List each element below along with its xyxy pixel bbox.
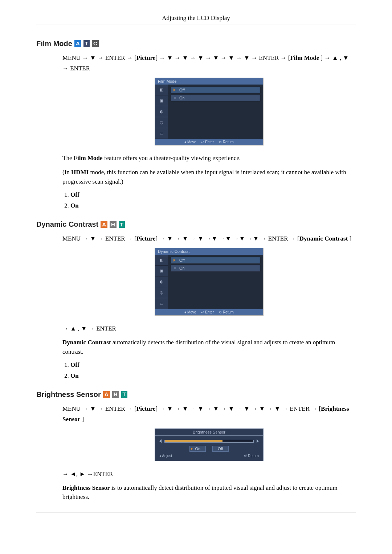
film-hdmi-b: HDMI: [71, 169, 89, 176]
badge-a3-icon: A: [103, 391, 110, 398]
film-nav-b2: Film Mode: [290, 54, 319, 61]
film-hdmi-note: (In HDMI mode, this function can be avai…: [62, 168, 356, 186]
slider-left-icon[interactable]: [159, 439, 162, 443]
dyn-nav-post: ]: [348, 235, 351, 242]
film-opt-2: On: [70, 202, 356, 209]
film-desc-pre: The: [62, 155, 74, 161]
film-nav-path: MENU → ▼ → ENTER → [Picture] → ▼ → ▼ → ▼…: [62, 53, 356, 74]
badge-a-icon: A: [74, 40, 81, 47]
dyn-content: MENU → ▼ → ENTER → [Picture] → ▼ → ▼ → ▼…: [62, 234, 356, 379]
dyn-nav-pre: MENU → ▼ → ENTER → [: [62, 235, 136, 242]
dyn-osd-title: Dynamic Contrast: [155, 248, 263, 255]
film-nav-mid: ] → ▼ → ▼ → ▼ → ▼ → ▼ → ▼ → ENTER → [: [155, 54, 290, 61]
bri-osd-on[interactable]: On: [189, 446, 206, 452]
film-opt-1: Off: [70, 191, 356, 198]
film-osd-main: Off On: [168, 85, 263, 139]
bri-osd-adjust: ♦ Adjust: [159, 454, 172, 458]
film-opt-2-b: On: [70, 202, 79, 209]
page-header: Adjusting the LCD Display: [36, 15, 356, 25]
bri-osd-wrap: Brightness Sensor On Off ♦ Adjust ↺ Retu…: [62, 428, 356, 461]
dyn-osd-sidebar: ◧ ▣ ◐ ◎ ▭: [155, 255, 168, 309]
dyn-osd-footer: ♦ Move ↵ Enter ↺ Return: [155, 309, 263, 315]
osd-footer-enter: Enter: [205, 140, 214, 144]
sidebar-icon-2: ▣: [155, 95, 168, 106]
dyn-nav-b2: Dynamic Contrast: [299, 235, 348, 242]
film-hdmi-pre: (In: [62, 169, 71, 176]
dyn-footer-enter: Enter: [205, 310, 214, 314]
dyn-nav-mid: ] → ▼ → ▼ → ▼ →▼ →▼ →▼ →▼ → ENTER → [: [155, 235, 299, 242]
dyn-osd: Dynamic Contrast ◧ ▣ ◐ ◎ ▭ Off On ♦ Move…: [155, 248, 264, 316]
osd-footer-enter-icon: ↵ Enter: [201, 140, 214, 144]
badge-t3-icon: T: [121, 391, 127, 398]
film-desc: The Film Mode feature offers you a theat…: [62, 153, 356, 163]
badge-a2-icon: A: [101, 221, 107, 228]
bri-nav-2: → ◄, ► →ENTER: [62, 469, 356, 480]
film-desc-post: feature offers you a theater-quality vie…: [102, 155, 241, 161]
film-desc-b: Film Mode: [74, 155, 103, 161]
bri-osd-title: Brightness Sensor: [155, 428, 264, 435]
sidebar-icon-5: ▭: [155, 128, 168, 139]
bri-nav-post: ]: [80, 416, 84, 423]
dyn-desc-b: Dynamic Contrast: [62, 339, 111, 346]
osd-footer-return: Return: [223, 140, 234, 144]
film-osd: Film Mode ◧ ▣ ◐ ◎ ▭ Off On ♦ Move ↵ Ente…: [155, 78, 264, 145]
bri-desc: Brightness Sensor is to automatically de…: [62, 483, 356, 502]
sidebar-icon-1: ◧: [155, 85, 168, 95]
dyn-options-list: Off On: [70, 361, 356, 379]
bri-nav-mid: ] → ▼ → ▼ → ▼ → ▼ → ▼ → ▼ → ▼ → ▼ → ENTE…: [155, 405, 321, 412]
section-title-film: Film Mode A T C: [36, 40, 356, 48]
dyn-osd-main: Off On: [168, 255, 263, 309]
bri-content: MENU → ▼ → ENTER → [Picture] → ▼ → ▼ → ▼…: [62, 404, 356, 502]
film-osd-sidebar: ◧ ▣ ◐ ◎ ▭: [155, 85, 168, 139]
film-title-text: Film Mode: [36, 40, 72, 48]
osd-footer-move: Move: [187, 140, 196, 144]
section-title-dynamic: Dynamic Contrast A H T: [36, 220, 356, 229]
film-osd-row-on[interactable]: On: [171, 95, 260, 101]
dyn-opt-2-b: On: [70, 372, 79, 379]
sidebar-icon-d1: ◧: [155, 255, 168, 266]
dyn-title-text: Dynamic Contrast: [36, 220, 98, 229]
dyn-opt-1: Off: [70, 361, 356, 369]
bri-osd: Brightness Sensor On Off ♦ Adjust ↺ Retu…: [155, 428, 264, 461]
dyn-nav-b1: Picture: [136, 235, 156, 242]
dyn-footer-enter-icon: ↵ Enter: [201, 310, 214, 314]
sidebar-icon-d2: ▣: [155, 266, 168, 276]
film-nav-pre: MENU → ▼ → ENTER → [: [62, 54, 136, 61]
section-title-brightness: Brightness Sensor A H T: [36, 390, 356, 399]
sidebar-icon-d5: ▭: [155, 298, 168, 309]
dyn-desc: Dynamic Contrast automatically detects t…: [62, 338, 356, 356]
bri-footer-adjust: Adjust: [162, 454, 172, 458]
dyn-footer-move: Move: [187, 310, 196, 314]
dyn-osd-row-off[interactable]: Off: [171, 257, 260, 263]
film-osd-footer: ♦ Move ↵ Enter ↺ Return: [155, 139, 263, 145]
bri-osd-off[interactable]: Off: [212, 446, 228, 452]
osd-footer-return-icon: ↺ Return: [219, 140, 234, 144]
bri-nav-pre: MENU → ▼ → ENTER → [: [62, 405, 136, 412]
osd-footer-move-icon: ♦ Move: [184, 140, 196, 144]
bri-osd-slider-row: [159, 439, 259, 443]
film-osd-row-off[interactable]: Off: [171, 87, 260, 93]
dyn-footer-move-icon: ♦ Move: [184, 310, 196, 314]
dyn-footer-return: Return: [223, 310, 234, 314]
dyn-osd-row-on[interactable]: On: [171, 265, 260, 271]
page-footer-rule: [36, 513, 356, 513]
dyn-opt-1-b: Off: [70, 361, 79, 368]
bri-footer-return: Return: [248, 454, 259, 458]
bri-osd-pills: On Off: [159, 446, 259, 452]
sidebar-icon-d4: ◎: [155, 287, 168, 298]
film-hdmi-post: mode, this function can be available whe…: [62, 169, 346, 185]
badge-h-icon: H: [110, 221, 117, 228]
badge-h2-icon: H: [112, 391, 119, 398]
bri-nav-path: MENU → ▼ → ENTER → [Picture] → ▼ → ▼ → ▼…: [62, 404, 356, 425]
bri-osd-slider[interactable]: [164, 440, 254, 443]
bri-desc-b: Brightness Sensor: [62, 484, 110, 491]
badge-c-icon: C: [92, 40, 99, 47]
dyn-nav-2: → ▲ , ▼ → ENTER: [62, 324, 356, 334]
sidebar-icon-3: ◐: [155, 106, 168, 117]
film-nav-b1: Picture: [136, 54, 156, 61]
sidebar-icon-4: ◎: [155, 117, 168, 128]
badge-t-icon: T: [83, 40, 90, 47]
bri-osd-body: On Off ♦ Adjust ↺ Return: [155, 435, 264, 461]
slider-right-icon[interactable]: [257, 439, 259, 443]
dyn-footer-return-icon: ↺ Return: [219, 310, 234, 314]
